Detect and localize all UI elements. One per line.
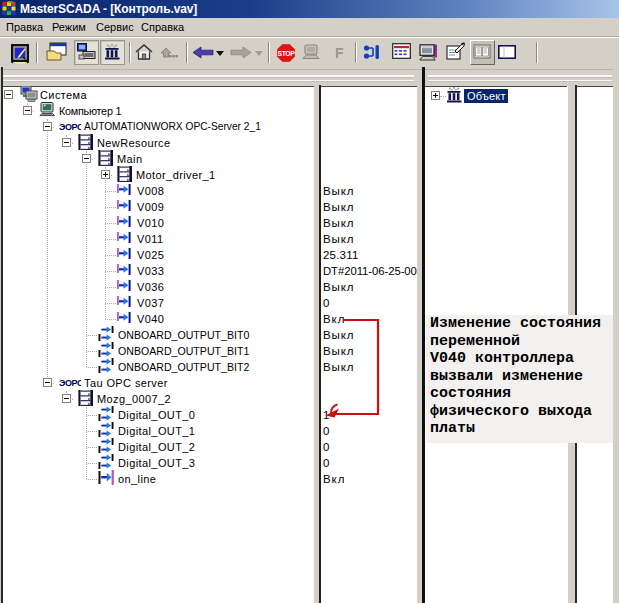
svg-text:ЭOPC: ЭOPC <box>59 122 81 132</box>
svg-text:ЭOPC: ЭOPC <box>59 378 81 388</box>
svg-text:STOP: STOP <box>277 50 295 57</box>
